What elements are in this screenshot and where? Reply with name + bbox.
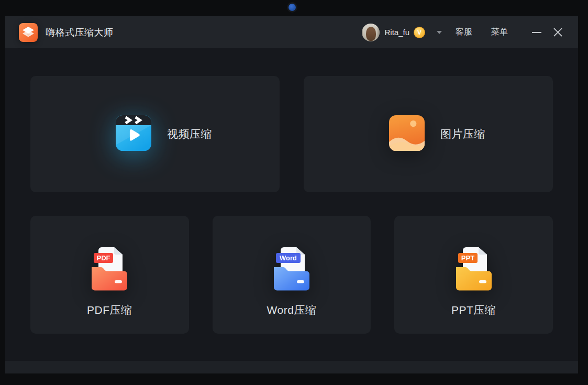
card-word-compress[interactable]: Word Word压缩 xyxy=(213,216,371,334)
card-label-image: 图片压缩 xyxy=(440,127,485,141)
card-label-pdf: PDF压缩 xyxy=(87,303,132,317)
app-logo-icon xyxy=(19,23,38,42)
user-account-menu[interactable]: Rita_fu V xyxy=(362,24,442,41)
image-icon xyxy=(389,115,425,151)
card-row-bottom: PDF PDF压缩 Word xyxy=(30,216,553,334)
ppt-badge-text: PPT xyxy=(461,254,474,262)
close-icon xyxy=(553,27,563,37)
app-title: 嗨格式压缩大师 xyxy=(46,26,114,39)
window-controls xyxy=(530,26,564,39)
card-label-ppt: PPT压缩 xyxy=(451,303,496,317)
minimize-button[interactable] xyxy=(530,26,543,39)
card-label-word: Word压缩 xyxy=(267,303,317,317)
footer-bar xyxy=(5,361,578,373)
user-name: Rita_fu xyxy=(384,28,409,37)
title-bar: 嗨格式压缩大师 Rita_fu V 客服 菜单 xyxy=(5,16,578,48)
card-row-top: 视频压缩 xyxy=(30,76,553,192)
ppt-icon: PPT xyxy=(454,246,493,291)
pdf-badge-text: PDF xyxy=(97,254,110,262)
card-video-compress[interactable]: 视频压缩 xyxy=(30,76,280,192)
close-button[interactable] xyxy=(551,26,564,39)
word-icon: Word xyxy=(272,246,311,291)
minimize-icon xyxy=(532,32,541,33)
menu-button[interactable]: 菜单 xyxy=(491,27,508,38)
card-pdf-compress[interactable]: PDF PDF压缩 xyxy=(30,216,189,334)
vip-badge-icon: V xyxy=(414,27,425,38)
card-label-video: 视频压缩 xyxy=(167,127,212,141)
card-ppt-compress[interactable]: PPT PPT压缩 xyxy=(394,216,553,334)
card-image-compress[interactable]: 图片压缩 xyxy=(304,76,553,192)
app-window: 嗨格式压缩大师 Rita_fu V 客服 菜单 xyxy=(5,16,578,373)
pdf-icon: PDF xyxy=(90,246,129,291)
word-badge-text: Word xyxy=(280,254,297,262)
video-icon xyxy=(116,115,151,151)
camera-indicator-dot xyxy=(289,4,296,11)
chevron-down-icon[interactable] xyxy=(437,31,442,34)
customer-service-button[interactable]: 客服 xyxy=(456,27,472,38)
avatar[interactable] xyxy=(362,24,380,41)
